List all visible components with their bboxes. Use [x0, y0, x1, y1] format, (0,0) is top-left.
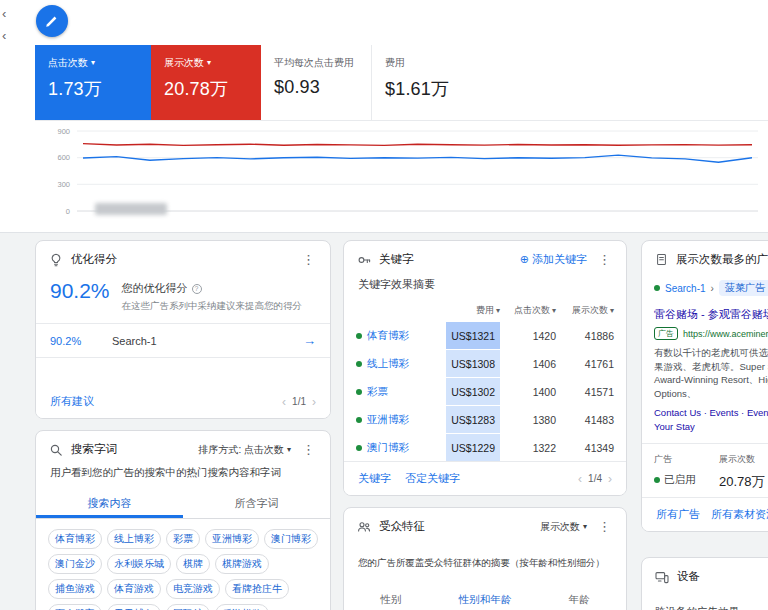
optimization-score-value: 90.2%: [50, 279, 110, 303]
keyword-row: 亚洲博彩US$1283138041483: [356, 406, 614, 434]
caret-down-icon: ▾: [91, 59, 95, 67]
keyword-impressions-cell: 41761: [556, 350, 614, 378]
kebab-menu-icon[interactable]: ⋮: [596, 519, 613, 534]
search-term-chip[interactable]: 棋牌: [176, 554, 210, 574]
kebab-menu-icon[interactable]: ⋮: [300, 252, 317, 267]
page-next-icon[interactable]: ›: [608, 472, 612, 486]
ad-display-url: https://www.aceminers.io: [683, 329, 768, 339]
metric-avg-cpc-label: 平均每次点击费用: [274, 56, 358, 70]
keyword-row: 彩票US$1302140041571: [356, 378, 614, 406]
keywords-table-body: 体育博彩US$1321142041886线上博彩US$1308140641761…: [356, 322, 614, 462]
search-term-chip[interactable]: 棋牌游戏: [215, 554, 269, 574]
search-terms-card: 搜索字词 排序方式: 点击次数▾ ⋮ 用户看到您的广告的搜索中的热门搜索内容和字…: [35, 430, 331, 610]
campaign-link[interactable]: Search-1: [665, 283, 706, 294]
keywords-summary-title: 关键字效果摘要: [344, 276, 626, 301]
search-term-chip[interactable]: 天天捕鱼: [107, 604, 161, 610]
demographics-tab[interactable]: 年龄: [532, 586, 626, 610]
search-terms-tab[interactable]: 所含字词: [183, 489, 330, 518]
svg-text:600: 600: [57, 153, 70, 162]
metric-impressions[interactable]: 展示次数▾ 20.78万: [151, 45, 261, 120]
search-term-chip[interactable]: 亚洲博彩: [205, 529, 259, 549]
keyword-status-dot-icon: [356, 389, 362, 395]
ad-impressions-value: 20.78万: [719, 473, 765, 491]
add-keywords-link[interactable]: ⊕ 添加关键字: [520, 252, 587, 267]
all-ads-link[interactable]: 所有广告: [656, 507, 700, 522]
arrow-right-icon[interactable]: →: [303, 333, 316, 348]
top-region: ‹ ‹ 点击次数▾ 1.73万 展示次数▾ 20.78万 平均每次点击费用 $0…: [0, 0, 768, 233]
demographics-tab[interactable]: 性别和年龄: [438, 586, 532, 610]
search-term-chip[interactable]: 彩票: [166, 529, 200, 549]
all-assets-link[interactable]: 所有素材资源: [711, 507, 768, 522]
pencil-icon: [45, 14, 59, 28]
page-next-icon[interactable]: ›: [312, 395, 316, 409]
keyword-status-dot-icon: [356, 333, 362, 339]
ad-sitelinks[interactable]: Contact Us · Events · Events and Ca Your…: [654, 406, 768, 433]
edit-fab-button[interactable]: [36, 5, 68, 37]
negative-keywords-link[interactable]: 否定关键字: [405, 471, 460, 486]
sort-dropdown[interactable]: 排序方式: 点击次数▾: [198, 443, 291, 457]
search-term-chip[interactable]: 看牌抢庄牛: [225, 579, 289, 599]
search-term-chip[interactable]: 电竞游戏: [166, 579, 220, 599]
keyword-row: 体育博彩US$1321142041886: [356, 322, 614, 350]
keyword-link[interactable]: 线上博彩: [356, 350, 446, 378]
svg-text:900: 900: [57, 127, 70, 136]
help-icon[interactable]: ?: [192, 284, 202, 294]
search-term-chip[interactable]: 线上博彩: [107, 529, 161, 549]
optimization-score-card: 优化得分 ⋮ 90.2% 您的优化得分 ? 在这些广告系列中采纳建议来提高您的得…: [35, 240, 331, 419]
search-term-chip[interactable]: 澳门博彩: [264, 529, 318, 549]
card-title-optimization: 优化得分: [71, 252, 117, 267]
keyword-link[interactable]: 彩票: [356, 378, 446, 406]
search-term-chip[interactable]: 体育博彩: [48, 529, 102, 549]
column-clicks[interactable]: 点击次数▾: [500, 304, 556, 317]
search-term-chip[interactable]: 百人骰宝: [48, 604, 102, 610]
page-prev-icon[interactable]: ‹: [282, 395, 286, 409]
keyword-clicks-cell: 1400: [500, 378, 556, 406]
kebab-menu-icon[interactable]: ⋮: [300, 442, 317, 457]
keywords-table: 费用▾ 点击次数▾ 展示次数▾ 体育博彩US$1321142041886线上博彩…: [356, 301, 614, 462]
keyword-clicks-cell: 1322: [500, 434, 556, 462]
metric-cost[interactable]: 费用 $1.61万: [371, 45, 481, 120]
all-recommendations-link[interactable]: 所有建议: [50, 394, 94, 409]
card-title-keywords: 关键字: [379, 252, 414, 267]
keywords-footer-link[interactable]: 关键字: [358, 471, 391, 486]
top-ads-card: 展示次数最多的广告 Search-1 › 菠菜广告 雷谷赌场 - 参观雷谷赌场 …: [641, 240, 768, 532]
metric-clicks[interactable]: 点击次数▾ 1.73万: [35, 45, 151, 120]
ad-url-line: 广告 https://www.aceminers.io: [654, 327, 768, 340]
search-term-chip[interactable]: 体育游戏: [107, 579, 161, 599]
search-term-chip[interactable]: 永利娱乐城: [107, 554, 171, 574]
page-indicator: 1/1: [292, 396, 306, 407]
page-indicator: 1/4: [588, 473, 602, 484]
keyword-link[interactable]: 亚洲博彩: [356, 406, 446, 434]
metric-avg-cpc[interactable]: 平均每次点击费用 $0.93: [261, 45, 371, 120]
svg-text:300: 300: [57, 180, 70, 189]
demographics-metric-dropdown[interactable]: 展示次数▾: [540, 520, 587, 534]
devices-icon: [655, 570, 669, 584]
search-term-chip[interactable]: 乐游棋牌: [215, 604, 269, 610]
keyword-impressions-cell: 41886: [556, 322, 614, 350]
ad-headline[interactable]: 雷谷赌场 - 参观雷谷赌场: [654, 307, 768, 322]
search-term-chip[interactable]: 澳门金沙: [48, 554, 102, 574]
search-term-chip[interactable]: 捕鱼游戏: [48, 579, 102, 599]
demographics-tab[interactable]: 性别: [344, 586, 438, 610]
ad-group-chip[interactable]: 菠菜广告: [719, 280, 768, 296]
optimization-score-description: 在这些广告系列中采纳建议来提高您的得分: [122, 300, 303, 313]
search-term-chip[interactable]: 国际馆: [166, 604, 210, 610]
column-impressions[interactable]: 展示次数▾: [556, 304, 614, 317]
kebab-menu-icon[interactable]: ⋮: [596, 252, 613, 267]
ad-document-icon: [655, 253, 668, 266]
search-terms-tab[interactable]: 搜索内容: [36, 489, 183, 518]
keyword-status-dot-icon: [356, 417, 362, 423]
metric-impressions-label: 展示次数▾: [164, 56, 248, 70]
panel-collapse-bottom-icon[interactable]: ‹: [2, 29, 6, 42]
keyword-link[interactable]: 体育博彩: [356, 322, 446, 350]
demographics-card: 受众特征 展示次数▾ ⋮ 您的广告所覆盖受众特征群体的摘要（按年龄和性别细分） …: [343, 507, 627, 610]
keyword-row: 澳门博彩US$1229132241349: [356, 434, 614, 462]
page-prev-icon[interactable]: ‹: [578, 472, 582, 486]
keyword-link[interactable]: 澳门博彩: [356, 434, 446, 462]
svg-text:0: 0: [66, 207, 70, 216]
campaign-score-row[interactable]: 90.2% Search-1 →: [36, 323, 330, 358]
panel-collapse-top-icon[interactable]: ‹: [2, 7, 6, 20]
ad-impressions-label: 展示次数: [719, 453, 765, 466]
metric-cost-label: 费用: [385, 56, 468, 70]
column-cost[interactable]: 费用▾: [446, 304, 500, 317]
